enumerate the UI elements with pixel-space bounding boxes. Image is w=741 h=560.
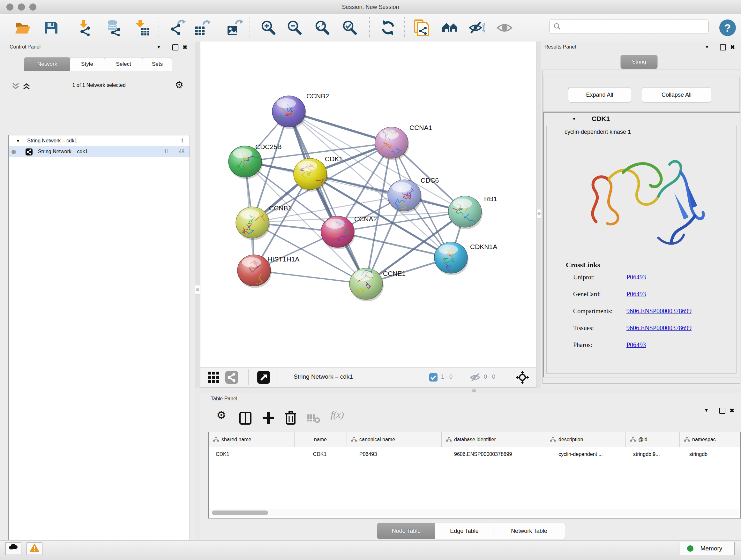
column-header[interactable]: shared name [209,432,294,447]
compartments-link[interactable]: 9606.ENSP00000378699 [626,307,691,315]
tab-edge-table[interactable]: Edge Table [435,523,494,539]
horizontal-splitter-handle[interactable] [472,388,476,392]
tab-node-table[interactable]: Node Table [377,523,435,539]
search-input[interactable] [563,21,705,32]
pharos-link[interactable]: P06493 [626,341,646,349]
network-node-count: 11 [164,146,170,157]
collapse-all-icon[interactable] [11,82,20,90]
table-panel-close-icon[interactable]: ✖ [730,407,734,414]
left-splitter-handle[interactable] [195,285,200,295]
export-table-icon[interactable] [194,19,210,36]
entry-collapse-icon[interactable]: ▼ [572,116,576,121]
open-in-new-window-icon[interactable] [257,371,270,384]
control-panel-title: Control Panel [10,44,41,50]
uniprot-link[interactable]: P06493 [626,273,646,281]
protein-description: cyclin-dependent kinase 1 [564,129,631,135]
export-network-icon[interactable] [169,19,186,36]
grid-view-icon[interactable] [207,371,220,384]
show-columns-icon[interactable] [239,412,252,425]
control-panel-close-icon[interactable]: ✖ [183,44,187,51]
memory-button[interactable]: Memory [679,542,735,555]
zoom-selected-icon[interactable] [341,19,358,36]
export-image-icon[interactable] [226,19,243,36]
network-canvas[interactable]: CCNB2CCNA1CDC25BCDK1CDC6RB1CCNB1CCNA2CDK… [200,42,536,367]
protein-structure-image [579,142,713,270]
tab-select[interactable]: Select [104,57,143,71]
network-collection-row[interactable]: ▼ String Network – cdk1 1 [9,135,190,146]
collapse-all-button[interactable]: Collapse All [642,87,711,103]
results-panel-float-icon[interactable] [720,44,726,51]
add-column-icon[interactable] [262,411,275,425]
crosslink-label: GeneCard: [573,291,601,298]
import-network-database-icon[interactable] [106,19,122,36]
save-session-icon[interactable] [43,19,59,36]
horizontal-scrollbar[interactable] [209,509,739,516]
hide-selected-icon[interactable] [468,19,485,36]
zoom-in-icon[interactable] [260,19,277,36]
scrollbar-thumb[interactable] [212,510,268,515]
network-graph[interactable]: CCNB2CCNA1CDC25BCDK1CDC6RB1CCNB1CCNA2CDK… [200,42,536,367]
tab-network[interactable]: Network [24,57,71,71]
first-neighbors-icon[interactable] [442,19,458,36]
selected-checkbox-icon[interactable] [429,373,438,382]
svg-text:CCNB1: CCNB1 [269,204,292,212]
column-header[interactable]: canonical name [347,432,442,447]
tab-sets[interactable]: Sets [143,57,172,71]
network-view-toolbar: String Network – cdk1 1 - 0 0 - 0 [200,367,536,388]
column-header[interactable]: database identifier [441,432,546,447]
control-panel-float-icon[interactable] [172,44,179,51]
results-panel-menu-icon[interactable]: ▼ [704,44,710,50]
tissues-link[interactable]: 9606.ENSP00000378699 [626,324,691,332]
hidden-eye-icon [470,372,481,382]
network-current-dot-icon [11,150,16,154]
svg-text:CCNE1: CCNE1 [383,270,406,277]
search-field[interactable] [549,19,709,34]
birds-eye-view-icon[interactable] [516,371,529,384]
column-header[interactable]: name [294,432,347,447]
left-splitter[interactable] [195,42,201,388]
zoom-out-icon[interactable] [286,19,303,36]
warnings-button[interactable] [26,543,43,555]
table-options-gear-icon[interactable]: ⚙ [216,409,226,422]
crosslinks-heading: CrossLinks [566,261,600,269]
refresh-icon[interactable] [380,19,396,36]
open-session-icon[interactable] [14,19,31,36]
help-button[interactable]: ? [719,19,736,36]
genecard-link[interactable]: P06493 [626,291,646,298]
column-header[interactable]: description [546,432,626,447]
tab-network-table[interactable]: Network Table [493,523,565,539]
zoom-fit-icon[interactable] [314,19,331,36]
toolbar-separator [250,17,250,38]
svg-text:CDC6: CDC6 [421,177,439,184]
cloud-icon [9,543,18,550]
svg-text:CCNA1: CCNA1 [409,124,432,131]
separator [507,369,507,385]
control-panel-menu-icon[interactable]: ▼ [156,44,161,50]
tab-style[interactable]: Style [70,57,105,71]
network-options-gear-icon[interactable]: ⚙ [175,79,184,90]
delete-table-icon-disabled [307,413,320,423]
collection-expand-icon[interactable]: ▼ [16,138,20,143]
network-view-share-icon[interactable] [225,371,238,384]
table-panel-menu-icon[interactable]: ▼ [704,408,709,413]
column-header[interactable]: namespac [679,432,740,447]
results-panel-close-icon[interactable]: ✖ [730,44,735,51]
protein-name: CDK1 [592,115,610,123]
cell: P06493 [359,449,439,460]
delete-column-icon[interactable] [285,411,297,425]
import-network-file-icon[interactable] [76,19,93,36]
duplicate-network-icon[interactable] [413,19,430,36]
column-header[interactable]: @id [625,432,680,447]
node-table[interactable]: shared name name canonical name database… [208,432,741,518]
expand-all-button[interactable]: Expand All [568,87,631,103]
show-all-icon[interactable] [496,19,513,36]
tab-string[interactable]: String [620,55,658,69]
cell: CDK1 [216,449,292,460]
table-panel-float-icon[interactable] [719,408,725,414]
import-table-icon[interactable] [133,19,150,36]
cloud-button[interactable] [5,543,21,555]
expand-all-icon[interactable] [22,82,30,90]
network-row[interactable]: String Network – cdk1 48 11 [9,146,190,157]
crosslink-label: Tissues: [573,324,594,332]
network-selection-status: 1 of 1 Network selected [42,82,156,88]
